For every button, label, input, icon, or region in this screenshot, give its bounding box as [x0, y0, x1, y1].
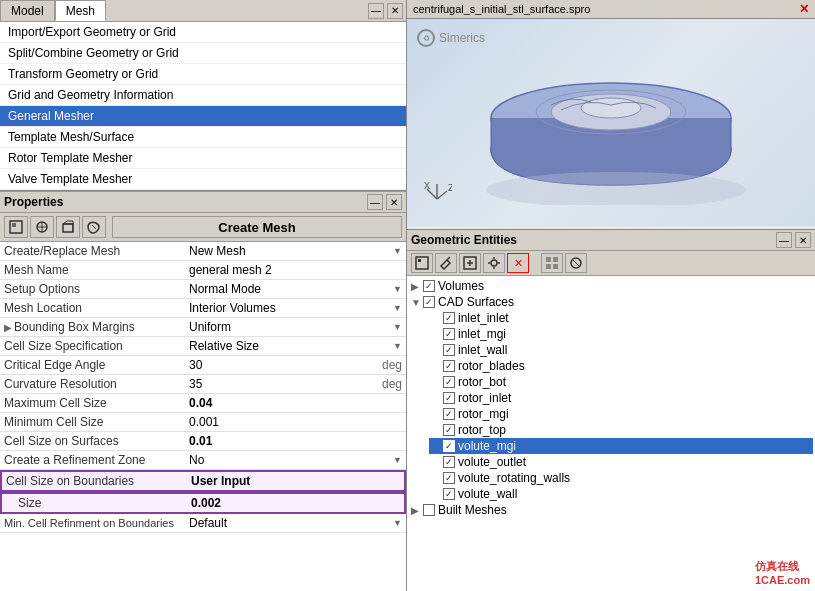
properties-close-button[interactable]: ✕: [386, 194, 402, 210]
svg-rect-5: [63, 224, 73, 232]
inlet-mgi-checkbox[interactable]: ✓: [443, 328, 455, 340]
geo-tree: ▶ ✓ Volumes ▼ ✓ CAD Surfaces ✓: [407, 276, 815, 591]
inlet-wall-label: inlet_wall: [458, 343, 507, 357]
volute-rotating-checkbox[interactable]: ✓: [443, 472, 455, 484]
prop-row-cell-boundaries: Cell Size on Boundaries User Input: [0, 470, 406, 492]
volute-mgi-checkbox[interactable]: ✓: [443, 440, 455, 452]
prop-row-size: Size 0.002: [0, 492, 406, 514]
volute-rotating-label: volute_rotating_walls: [458, 471, 570, 485]
volumes-checkbox[interactable]: ✓: [423, 280, 435, 292]
prop-row-critical-edge: Critical Edge Angle 30 deg: [0, 356, 406, 375]
geo-select-btn[interactable]: [411, 253, 433, 273]
volumes-label: Volumes: [438, 279, 484, 293]
tree-item-volute-wall[interactable]: ✓ volute_wall: [429, 486, 813, 502]
geo-expand-btn[interactable]: [459, 253, 481, 273]
tab-float-button[interactable]: —: [368, 3, 384, 19]
tree-item-cad-surfaces[interactable]: ▼ ✓ CAD Surfaces: [409, 294, 813, 310]
tab-model[interactable]: Model: [0, 0, 55, 21]
menu-item-template-mesh[interactable]: Template Mesh/Surface: [0, 127, 406, 148]
expand-volumes-icon[interactable]: ▶: [411, 281, 423, 292]
prop-row-create-replace: Create/Replace Mesh New Mesh ▼: [0, 242, 406, 261]
prop-row-cell-size-spec: Cell Size Specification Relative Size ▼: [0, 337, 406, 356]
geo-view1-btn[interactable]: [541, 253, 563, 273]
menu-list: Import/Export Geometry or Grid Split/Com…: [0, 22, 406, 191]
tool-mesh-button[interactable]: [30, 216, 54, 238]
rotor-blades-label: rotor_blades: [458, 359, 525, 373]
properties-float-button[interactable]: —: [367, 194, 383, 210]
tree-item-built-meshes[interactable]: ▶ Built Meshes: [409, 502, 813, 518]
geo-float-button[interactable]: —: [776, 232, 792, 248]
geo-settings-btn[interactable]: [483, 253, 505, 273]
geo-close-button[interactable]: ✕: [795, 232, 811, 248]
geo-title: Geometric Entities: [411, 233, 517, 247]
tree-item-rotor-blades[interactable]: ✓ rotor_blades: [429, 358, 813, 374]
rotor-inlet-checkbox[interactable]: ✓: [443, 392, 455, 404]
tree-item-volute-rotating[interactable]: ✓ volute_rotating_walls: [429, 470, 813, 486]
tool-extra-button[interactable]: [82, 216, 106, 238]
tab-mesh[interactable]: Mesh: [55, 0, 106, 21]
cad-surfaces-checkbox[interactable]: ✓: [423, 296, 435, 308]
svg-text:x: x: [424, 179, 430, 192]
inlet-inlet-checkbox[interactable]: ✓: [443, 312, 455, 324]
menu-item-split-combine[interactable]: Split/Combine Geometry or Grid: [0, 43, 406, 64]
rotor-inlet-label: rotor_inlet: [458, 391, 511, 405]
svg-rect-31: [546, 257, 551, 262]
built-meshes-checkbox[interactable]: [423, 504, 435, 516]
rotor-blades-checkbox[interactable]: ✓: [443, 360, 455, 372]
rotor-bot-checkbox[interactable]: ✓: [443, 376, 455, 388]
simerics-logo: ♻ Simerics: [417, 29, 485, 47]
logo-icon: ♻: [417, 29, 435, 47]
viewport-close-button[interactable]: ✕: [799, 2, 809, 16]
rotor-mgi-checkbox[interactable]: ✓: [443, 408, 455, 420]
tree-item-volumes[interactable]: ▶ ✓ Volumes: [409, 278, 813, 294]
tree-item-volute-mgi[interactable]: ✓ volute_mgi: [429, 438, 813, 454]
tree-item-inlet-wall[interactable]: ✓ inlet_wall: [429, 342, 813, 358]
menu-item-grid-info[interactable]: Grid and Geometry Information: [0, 85, 406, 106]
properties-table: Create/Replace Mesh New Mesh ▼ Mesh Name…: [0, 242, 406, 591]
volute-mgi-label: volute_mgi: [458, 439, 516, 453]
create-mesh-button[interactable]: Create Mesh: [112, 216, 402, 238]
prop-row-max-cell: Maximum Cell Size 0.04: [0, 394, 406, 413]
tab-close-button[interactable]: ✕: [387, 3, 403, 19]
rotor-bot-label: rotor_bot: [458, 375, 506, 389]
logo-text: Simerics: [439, 31, 485, 45]
svg-line-8: [92, 225, 96, 229]
expand-cad-icon[interactable]: ▼: [411, 297, 423, 308]
inlet-inlet-label: inlet_inlet: [458, 311, 509, 325]
inlet-wall-checkbox[interactable]: ✓: [443, 344, 455, 356]
3d-model-svg: [471, 40, 751, 205]
prop-row-min-cell: Minimum Cell Size 0.001: [0, 413, 406, 432]
viewport-content: ♻ Simerics: [407, 19, 815, 226]
menu-item-transform[interactable]: Transform Geometry or Grid: [0, 64, 406, 85]
tree-item-rotor-mgi[interactable]: ✓ rotor_mgi: [429, 406, 813, 422]
menu-item-rotor-template[interactable]: Rotor Template Mesher: [0, 148, 406, 169]
volute-outlet-label: volute_outlet: [458, 455, 526, 469]
geo-delete-btn[interactable]: ✕: [507, 253, 529, 273]
geo-edit-btn[interactable]: [435, 253, 457, 273]
tree-item-inlet-inlet[interactable]: ✓ inlet_inlet: [429, 310, 813, 326]
prop-row-min-refinement: Min. Cell Refinment on Boundaries Defaul…: [0, 514, 406, 533]
viewport-title: centrifugal_s_initial_stl_surface.spro: [413, 3, 590, 15]
tree-item-inlet-mgi[interactable]: ✓ inlet_mgi: [429, 326, 813, 342]
tree-item-volute-outlet[interactable]: ✓ volute_outlet: [429, 454, 813, 470]
expand-built-meshes-icon[interactable]: ▶: [411, 505, 423, 516]
geo-view2-btn[interactable]: [565, 253, 587, 273]
volute-outlet-checkbox[interactable]: ✓: [443, 456, 455, 468]
built-meshes-label: Built Meshes: [438, 503, 507, 517]
tool-box-button[interactable]: [56, 216, 80, 238]
svg-text:z: z: [448, 180, 452, 194]
tool-select-button[interactable]: [4, 216, 28, 238]
volute-wall-checkbox[interactable]: ✓: [443, 488, 455, 500]
watermark: 仿真在线1CAE.com: [755, 559, 810, 586]
menu-item-valve-template[interactable]: Valve Template Mesher: [0, 169, 406, 190]
menu-item-general-mesher[interactable]: General Mesher: [0, 106, 406, 127]
tree-item-rotor-bot[interactable]: ✓ rotor_bot: [429, 374, 813, 390]
tree-item-rotor-inlet[interactable]: ✓ rotor_inlet: [429, 390, 813, 406]
rotor-top-checkbox[interactable]: ✓: [443, 424, 455, 436]
tree-item-rotor-top[interactable]: ✓ rotor_top: [429, 422, 813, 438]
svg-line-22: [447, 257, 450, 260]
prop-row-bounding-box: ▶ Bounding Box Margins Uniform ▼: [0, 318, 406, 337]
menu-item-import-export[interactable]: Import/Export Geometry or Grid: [0, 22, 406, 43]
rotor-mgi-label: rotor_mgi: [458, 407, 509, 421]
prop-row-curvature: Curvature Resolution 35 deg: [0, 375, 406, 394]
